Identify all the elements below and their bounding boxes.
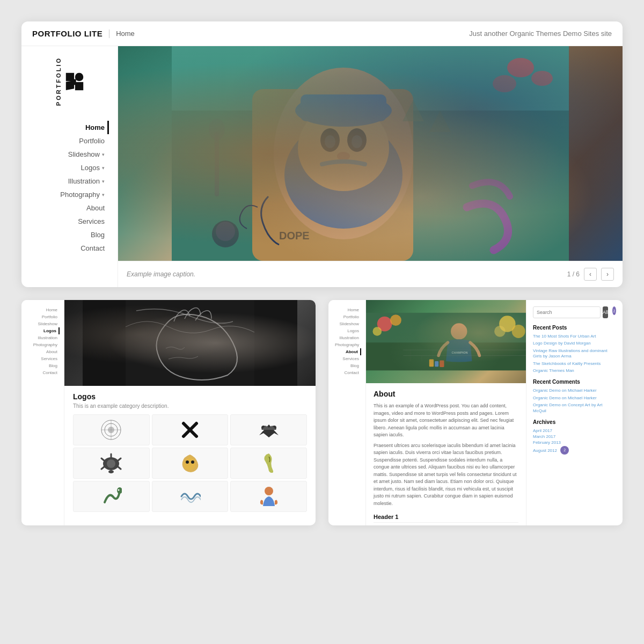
top-nav-home[interactable]: Home: [116, 30, 135, 38]
svg-point-54: [499, 316, 515, 332]
mini-nav-blog[interactable]: Blog: [26, 362, 60, 369]
nav-item-photography[interactable]: Photography ▾: [21, 188, 109, 201]
recent-comment-2[interactable]: Organic Demo on Michael Harker: [533, 396, 616, 401]
svg-rect-48: [366, 342, 526, 370]
svg-point-14: [320, 128, 340, 152]
nav-item-about[interactable]: About: [21, 201, 109, 215]
logo-cell-8[interactable]: [152, 481, 229, 512]
about-headers: Header 1 Header 2 Header 3 Header 4: [374, 511, 518, 525]
mini-nav-contact[interactable]: Contact: [26, 369, 60, 376]
chevron-icon: ▾: [102, 192, 105, 197]
nav-item-services[interactable]: Services: [21, 215, 109, 228]
logo-cell-5[interactable]: [152, 448, 229, 479]
svg-text:DOPE: DOPE: [279, 230, 310, 241]
mini-nav-services[interactable]: Services: [26, 355, 60, 362]
svg-point-55: [512, 325, 525, 338]
nav-item-logos[interactable]: Logos ▾: [21, 161, 109, 174]
svg-point-12: [284, 121, 402, 229]
main-layout: PORTFOLIO Home Portfolio: [21, 46, 623, 287]
svg-rect-0: [65, 72, 74, 80]
logo-cell-6[interactable]: [230, 448, 307, 479]
prev-arrow[interactable]: ‹: [584, 268, 597, 281]
tattoo-hero-image: [64, 300, 316, 386]
search-row: All 2: [533, 306, 616, 318]
recent-comment-1[interactable]: Organic Demo on Michael Harker: [533, 388, 616, 393]
archive-april-2017[interactable]: April 2017: [533, 428, 616, 433]
mini-nav-illustration[interactable]: Illustration: [26, 334, 60, 341]
top-card: PORTFOLIO LITE Home Just another Organic…: [21, 21, 623, 287]
right-mini-nav-services[interactable]: Services: [333, 355, 361, 362]
search-button[interactable]: All: [603, 306, 608, 318]
about-header-1: Header 1: [374, 511, 518, 523]
svg-point-47: [372, 327, 382, 336]
logo-cell-1[interactable]: [73, 414, 150, 445]
recent-post-1[interactable]: The 10 Most Shots For Urban Art: [533, 334, 616, 339]
right-mini-nav-blog[interactable]: Blog: [333, 362, 361, 369]
search-badge: 2: [612, 306, 616, 315]
archive-feb-2013[interactable]: February 2013: [533, 440, 616, 445]
archive-march-2017[interactable]: March 2017: [533, 434, 616, 439]
logo-cell-2[interactable]: [152, 414, 229, 445]
right-mini-nav-photography[interactable]: Photography: [333, 341, 361, 348]
recent-posts-section: Recent Posts The 10 Most Shots For Urban…: [533, 325, 616, 374]
svg-point-41: [117, 487, 122, 494]
right-mini-nav-logos[interactable]: Logos: [333, 327, 361, 334]
right-main-content: CHAMPION: [366, 300, 526, 525]
logo-cell-3[interactable]: [230, 414, 307, 445]
about-text-1: This is an example of a WordPress post. …: [374, 402, 518, 439]
dragon-logo-icon: [179, 452, 201, 474]
search-input[interactable]: [533, 306, 601, 318]
svg-rect-28: [83, 300, 297, 386]
wave-logo-icon: [179, 487, 201, 506]
svg-point-49: [451, 323, 467, 339]
svg-point-38: [108, 470, 114, 473]
recent-post-4[interactable]: The Sketchbooks of Kaitly Presents: [533, 361, 616, 367]
right-mini-nav-slideshow[interactable]: Slideshow: [333, 320, 361, 327]
nav-item-portfolio[interactable]: Portfolio: [21, 134, 109, 148]
right-mini-nav-contact[interactable]: Contact: [333, 369, 361, 376]
recent-post-5[interactable]: Organic Themes Man: [533, 368, 616, 374]
right-mini-nav-portfolio[interactable]: Portfolio: [333, 313, 361, 320]
svg-marker-26: [402, 100, 424, 121]
svg-point-43: [265, 487, 273, 495]
nav-item-blog[interactable]: Blog: [21, 228, 109, 241]
sidebar: PORTFOLIO Home Portfolio: [21, 46, 118, 287]
svg-point-16: [325, 135, 335, 148]
mini-nav-slideshow[interactable]: Slideshow: [26, 320, 60, 327]
about-header-2: Header 2: [374, 523, 518, 525]
mini-nav-logos[interactable]: Logos: [26, 327, 60, 334]
svg-point-22: [216, 222, 235, 241]
recent-comment-3[interactable]: Organic Demo on Concept Art by Art McQui…: [533, 402, 616, 414]
nav-item-illustration[interactable]: Illustration ▾: [21, 174, 109, 188]
tagline: Just another Organic Themes Demo Sites s…: [469, 30, 612, 38]
right-card-top: Home Portfolio Slideshow Logos Illustrat…: [328, 300, 623, 525]
svg-marker-27: [429, 111, 451, 132]
mini-nav-portfolio[interactable]: Portfolio: [26, 313, 60, 320]
nav-item-slideshow[interactable]: Slideshow ▾: [21, 148, 109, 161]
right-mini-nav-about[interactable]: About: [333, 348, 361, 355]
next-arrow[interactable]: ›: [601, 268, 614, 281]
hero-image: DOPE: [118, 46, 623, 261]
mini-nav-home[interactable]: Home: [26, 306, 60, 313]
mini-nav-photography[interactable]: Photography: [26, 341, 60, 348]
painter-art: CHAMPION: [366, 300, 526, 383]
mini-nav-about[interactable]: About: [26, 348, 60, 355]
logo-cell-9[interactable]: [230, 481, 307, 512]
svg-rect-2: [65, 80, 74, 90]
archives-title: Archives: [533, 419, 616, 425]
svg-point-46: [390, 314, 401, 326]
logo-cell-7[interactable]: [73, 481, 150, 512]
right-mini-nav-illustration[interactable]: Illustration: [333, 334, 361, 341]
svg-rect-5: [172, 46, 569, 261]
svg-rect-51: [429, 359, 434, 367]
logo-cell-4[interactable]: [73, 448, 150, 479]
recent-post-3[interactable]: Vintage Raw Illustrations and dominant G…: [533, 348, 616, 360]
nav-item-home[interactable]: Home: [21, 121, 109, 134]
logos-title: Logos: [73, 392, 307, 401]
nav-item-contact[interactable]: Contact: [21, 241, 109, 255]
svg-point-25: [209, 119, 225, 140]
right-mini-nav-home[interactable]: Home: [333, 306, 361, 313]
archive-badge: 2: [560, 446, 569, 455]
archive-aug-2012[interactable]: August 2012 2: [533, 446, 616, 455]
recent-post-2[interactable]: Logo Design by David Morgan: [533, 341, 616, 346]
